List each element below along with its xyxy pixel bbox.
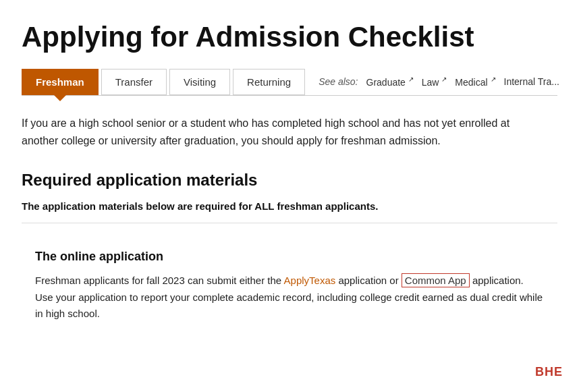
online-application-card: The online application Freshman applican…: [22, 237, 557, 333]
tab-bar: Freshman Transfer Visiting Returning See…: [22, 69, 557, 96]
required-section-heading: Required application materials: [22, 168, 557, 192]
see-also-medical[interactable]: Medical ↗: [455, 74, 495, 90]
common-app-link[interactable]: Common App: [402, 273, 470, 287]
see-also-label: See also:: [319, 75, 358, 89]
see-also-law[interactable]: Law ↗: [422, 74, 447, 90]
tab-transfer[interactable]: Transfer: [101, 69, 167, 95]
online-application-body: Freshman applicants for fall 2023 can su…: [35, 273, 544, 323]
see-also-internal-transfer[interactable]: Internal Tra...: [504, 75, 559, 89]
online-application-title: The online application: [35, 248, 544, 266]
required-section-subheading: The application materials below are requ…: [22, 199, 557, 215]
intro-text: If you are a high school senior or a stu…: [22, 115, 534, 149]
apply-texas-link[interactable]: ApplyTexas: [284, 275, 336, 286]
tab-freshman[interactable]: Freshman: [22, 69, 99, 95]
see-also-section: See also: Graduate ↗ Law ↗ Medical ↗ Int…: [319, 74, 559, 90]
section-divider: [22, 223, 557, 223]
body-prefix: Freshman applicants for fall 2023 can su…: [35, 275, 284, 286]
page-title: Applying for Admission Checklist: [22, 22, 557, 53]
see-also-graduate[interactable]: Graduate ↗: [366, 74, 414, 90]
tab-visiting[interactable]: Visiting: [169, 69, 230, 95]
tab-returning[interactable]: Returning: [233, 69, 305, 95]
body-middle: application or: [335, 275, 402, 286]
